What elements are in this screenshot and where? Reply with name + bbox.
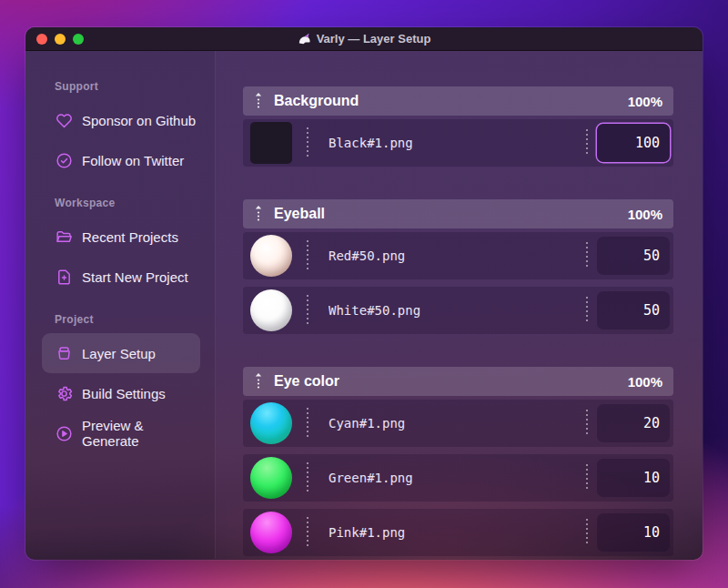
divider-dots-icon <box>307 408 308 439</box>
layer-row: Black#1.png <box>243 119 673 167</box>
group-weight: 100% <box>628 374 662 390</box>
group-weight: 100% <box>628 94 662 109</box>
layer-row: Pink#1.png <box>243 509 673 556</box>
layer-row: Green#1.png <box>243 454 673 502</box>
layer-filename: Cyan#1.png <box>329 416 577 431</box>
divider-dots-icon <box>586 410 588 437</box>
minimize-button[interactable] <box>55 34 66 45</box>
traffic-lights <box>36 27 84 50</box>
layers-bag-icon <box>55 344 74 363</box>
divider-dots-icon <box>307 127 308 158</box>
layer-weight-input[interactable] <box>597 404 670 442</box>
sidebar-item-sponsor-on-github[interactable]: Sponsor on Github <box>42 100 200 140</box>
layer-weight-input[interactable] <box>597 291 670 329</box>
sidebar-item-recent-projects[interactable]: Recent Projects <box>42 217 200 257</box>
drag-handle-icon[interactable] <box>254 371 263 391</box>
layer-thumbnail <box>250 402 292 444</box>
layer-weight-input[interactable] <box>597 459 670 497</box>
sidebar-section-workspace: Workspace <box>42 197 200 209</box>
sidebar-item-label: Layer Setup <box>82 346 156 361</box>
sidebar-item-label: Build Settings <box>82 386 166 401</box>
sidebar-item-label: Sponsor on Github <box>82 113 196 128</box>
divider-dots-icon <box>307 295 308 326</box>
titlebar[interactable]: Varly — Layer Setup <box>25 27 703 51</box>
layer-thumbnail <box>250 235 292 277</box>
layer-weight-input[interactable] <box>597 513 670 552</box>
close-button[interactable] <box>36 34 47 45</box>
layer-filename: Red#50.png <box>329 248 577 263</box>
divider-dots-icon <box>586 519 588 546</box>
sidebar-item-build-settings[interactable]: Build Settings <box>42 373 200 413</box>
sidebar: Support Sponsor on Github Follow on Twit… <box>25 51 216 559</box>
divider-dots-icon <box>307 240 308 271</box>
sidebar-item-label: Follow on Twitter <box>82 153 184 168</box>
layer-filename: White#50.png <box>329 303 577 318</box>
document-plus-icon <box>55 268 74 287</box>
verified-check-icon <box>55 151 74 170</box>
heart-icon <box>55 111 74 130</box>
sidebar-item-preview-generate[interactable]: Preview & Generate <box>42 413 200 453</box>
sidebar-item-label: Recent Projects <box>82 229 178 245</box>
layer-weight-input[interactable] <box>597 124 670 162</box>
layer-filename: Black#1.png <box>329 136 577 150</box>
divider-dots-icon <box>586 242 588 269</box>
drag-handle-icon[interactable] <box>254 204 263 224</box>
sidebar-section-project: Project <box>42 313 200 326</box>
app-window: Varly — Layer Setup Support Sponsor on G… <box>25 27 703 560</box>
layer-group-eyeball: Eyeball 100% Red#50.png White#50.png <box>243 199 673 334</box>
group-title: Eye color <box>274 373 339 390</box>
divider-dots-icon <box>586 464 588 492</box>
sidebar-section-support: Support <box>42 80 200 93</box>
sidebar-item-layer-setup[interactable]: Layer Setup <box>42 333 200 373</box>
layer-thumbnail <box>250 512 292 553</box>
layer-row: Red#50.png <box>243 232 673 279</box>
layer-filename: Green#1.png <box>329 471 577 485</box>
group-title: Background <box>274 93 359 109</box>
layer-weight-input[interactable] <box>597 237 670 275</box>
group-weight: 100% <box>628 207 662 222</box>
layer-group-background: Background 100% Black#1.png <box>243 86 673 167</box>
sidebar-item-label: Preview & Generate <box>82 418 200 449</box>
play-circle-icon <box>55 424 74 443</box>
gear-icon <box>55 384 74 403</box>
layer-row: White#50.png <box>243 287 673 334</box>
unicorn-icon <box>298 32 311 46</box>
zoom-button[interactable] <box>73 34 84 45</box>
layer-thumbnail <box>250 289 292 331</box>
folder-icon <box>55 228 74 247</box>
window-title: Varly — Layer Setup <box>298 32 431 46</box>
layer-filename: Pink#1.png <box>329 525 577 540</box>
divider-dots-icon <box>307 517 308 548</box>
layer-list: Background 100% Black#1.png <box>216 51 703 559</box>
layer-group-header[interactable]: Eye color 100% <box>243 367 673 396</box>
sidebar-item-label: Start New Project <box>82 269 188 285</box>
divider-dots-icon <box>586 129 588 157</box>
layer-thumbnail <box>250 122 292 164</box>
drag-handle-icon[interactable] <box>254 91 263 111</box>
sidebar-item-start-new-project[interactable]: Start New Project <box>42 257 200 297</box>
layer-group-header[interactable]: Background 100% <box>243 86 673 116</box>
sidebar-item-follow-on-twitter[interactable]: Follow on Twitter <box>42 140 200 180</box>
layer-thumbnail <box>250 457 292 499</box>
layer-row: Cyan#1.png <box>243 400 673 447</box>
group-title: Eyeball <box>274 206 325 222</box>
divider-dots-icon <box>586 297 588 324</box>
divider-dots-icon <box>307 462 308 493</box>
layer-group-eye-color: Eye color 100% Cyan#1.png Green#1.png <box>243 367 673 556</box>
layer-group-header[interactable]: Eyeball 100% <box>243 199 673 228</box>
